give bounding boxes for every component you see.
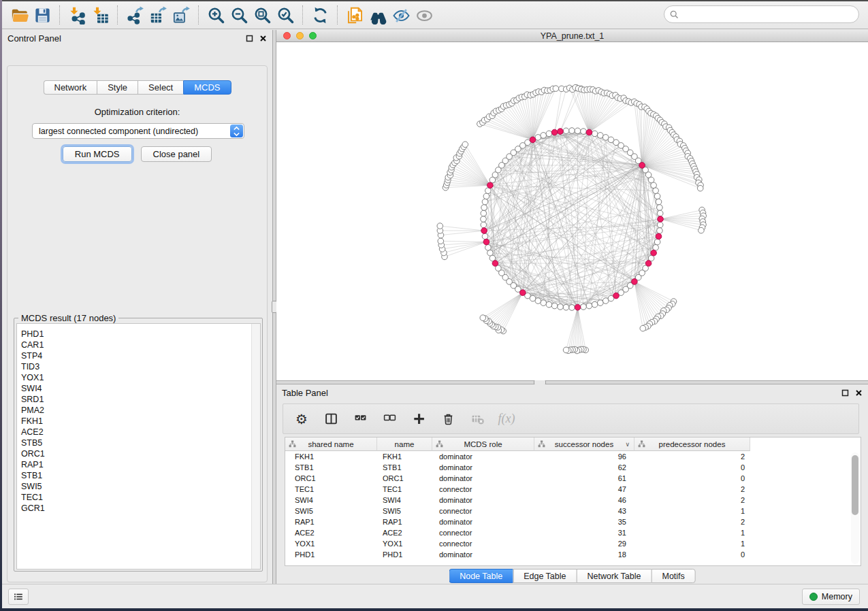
- tab-mcds[interactable]: MCDS: [183, 80, 231, 95]
- export-table-icon[interactable]: [146, 5, 170, 25]
- show-all-icon[interactable]: [413, 5, 436, 25]
- toolbar-separator: [59, 5, 60, 24]
- tab-network-table[interactable]: Network Table: [577, 569, 652, 583]
- table-cell: 0: [634, 549, 750, 560]
- table-cell: PHD1: [377, 549, 432, 560]
- save-icon[interactable]: [31, 5, 54, 25]
- mcds-result-item[interactable]: FKH1: [21, 416, 260, 427]
- table-row[interactable]: SWI4SWI4dominator462: [285, 495, 861, 506]
- import-table-icon[interactable]: [89, 5, 112, 25]
- close-panel-icon[interactable]: [259, 35, 267, 42]
- float-panel-icon[interactable]: [246, 35, 253, 42]
- zoom-fit-icon[interactable]: [251, 5, 274, 25]
- export-image-icon[interactable]: [170, 5, 193, 25]
- network-canvas[interactable]: [276, 42, 868, 380]
- mcds-result-item[interactable]: STP4: [21, 350, 260, 361]
- column-type-icon: [289, 440, 296, 448]
- mcds-result-list[interactable]: PHD1CAR1STP4TID3YOX1SWI4SRD1PMA2FKH1ACE2…: [16, 323, 261, 569]
- search-icon: [670, 10, 679, 19]
- table-cell: PHD1: [285, 549, 377, 560]
- table-row[interactable]: SWI5SWI5connector431: [285, 506, 861, 516]
- zoom-selected-icon[interactable]: [274, 5, 297, 25]
- list-icon: [13, 591, 24, 602]
- open-file-icon[interactable]: [7, 5, 31, 25]
- export-network-icon[interactable]: [123, 5, 146, 25]
- scrollbar-thumb[interactable]: [852, 455, 858, 515]
- node-table[interactable]: shared namenameMCDS rolesuccessor nodes∨…: [285, 437, 861, 566]
- select-all-icon[interactable]: [353, 412, 368, 427]
- table-row[interactable]: ACE2ACE2connector311: [285, 527, 861, 538]
- search-input[interactable]: [682, 10, 858, 19]
- mcds-result-item[interactable]: STB5: [21, 437, 260, 448]
- table-cell: SWI4: [285, 495, 377, 506]
- window-close-icon[interactable]: [283, 32, 291, 39]
- mcds-result-item[interactable]: YOX1: [21, 372, 260, 383]
- deselect-all-icon[interactable]: [382, 412, 397, 427]
- table-panel: Table Panel ⚙f(x) shared namenameMCDS ro…: [276, 384, 868, 584]
- tab-motifs[interactable]: Motifs: [651, 569, 695, 583]
- zoom-out-icon[interactable]: [227, 5, 251, 25]
- task-list-button[interactable]: [8, 589, 29, 605]
- table-cell: 1: [634, 538, 750, 549]
- close-panel-button[interactable]: Close panel: [141, 146, 212, 162]
- mcds-result-item[interactable]: PHD1: [21, 329, 260, 340]
- settings-icon[interactable]: ⚙: [294, 412, 309, 427]
- tab-node-table[interactable]: Node Table: [449, 569, 513, 583]
- table-row[interactable]: STB1STB1dominator620: [285, 462, 861, 473]
- criterion-select[interactable]: largest connected component (undirected): [32, 123, 244, 139]
- mcds-result-item[interactable]: ORC1: [21, 448, 260, 459]
- table-row[interactable]: ORC1ORC1dominator610: [285, 473, 861, 484]
- find-icon[interactable]: [366, 5, 389, 25]
- mcds-result-item[interactable]: CAR1: [21, 340, 260, 350]
- run-mcds-button[interactable]: Run MCDS: [63, 146, 132, 162]
- search-field[interactable]: [664, 5, 859, 23]
- table-cell: ORC1: [377, 473, 432, 484]
- window-minimize-icon[interactable]: [296, 32, 304, 39]
- column-header-predecessor-nodes[interactable]: predecessor nodes: [634, 437, 750, 451]
- column-header-successor-nodes[interactable]: successor nodes∨: [534, 437, 634, 451]
- tab-style[interactable]: Style: [97, 80, 138, 95]
- clone-network-icon[interactable]: [343, 5, 366, 25]
- hide-selected-icon[interactable]: [389, 5, 413, 25]
- tab-select[interactable]: Select: [138, 80, 183, 95]
- mcds-result-item[interactable]: SWI5: [21, 481, 260, 492]
- mcds-result-item[interactable]: TID3: [21, 361, 260, 372]
- window-zoom-icon[interactable]: [309, 32, 317, 39]
- mcds-result-item[interactable]: STB1: [21, 470, 260, 481]
- close-panel-icon[interactable]: [855, 389, 863, 397]
- mcds-result-item[interactable]: RAP1: [21, 459, 260, 470]
- add-icon[interactable]: [411, 412, 426, 427]
- table-row[interactable]: RAP1RAP1dominator352: [285, 516, 861, 527]
- table-scrollbar[interactable]: [851, 452, 859, 564]
- mcds-result-item[interactable]: ACE2: [21, 427, 260, 437]
- column-header-MCDS-role[interactable]: MCDS role: [432, 437, 534, 451]
- table-row[interactable]: PHD1PHD1dominator180: [285, 549, 861, 560]
- mcds-result-item[interactable]: TEC1: [21, 492, 260, 503]
- criterion-select-value: largest connected component (undirected): [33, 127, 230, 136]
- memory-button[interactable]: Memory: [802, 589, 860, 605]
- table-cell: STB1: [377, 462, 432, 473]
- table-row[interactable]: TEC1TEC1connector472: [285, 484, 861, 495]
- mcds-result-item[interactable]: SRD1: [21, 394, 260, 405]
- tab-network[interactable]: Network: [43, 80, 97, 95]
- mcds-list-scrollbar[interactable]: [251, 324, 260, 569]
- table-cell: 61: [534, 473, 634, 484]
- column-type-icon: [638, 440, 645, 448]
- mcds-result-item[interactable]: PMA2: [21, 405, 260, 416]
- import-network-icon[interactable]: [65, 5, 89, 25]
- mcds-result-item[interactable]: SWI4: [21, 383, 260, 394]
- table-cell: 1: [634, 527, 750, 538]
- table-row[interactable]: FKH1FKH1dominator962: [285, 451, 861, 462]
- table-panel-title: Table Panel: [282, 388, 328, 398]
- columns-icon[interactable]: [323, 412, 338, 427]
- zoom-in-icon[interactable]: [204, 5, 227, 25]
- column-header-name[interactable]: name: [377, 437, 432, 451]
- tab-edge-table[interactable]: Edge Table: [513, 569, 576, 583]
- float-panel-icon[interactable]: [841, 389, 849, 397]
- mcds-result-item[interactable]: GCR1: [21, 503, 260, 514]
- column-header-shared-name[interactable]: shared name: [285, 437, 377, 451]
- table-cell: dominator: [432, 473, 534, 484]
- delete-icon[interactable]: [440, 412, 455, 427]
- refresh-icon[interactable]: [308, 5, 332, 25]
- table-row[interactable]: YOX1YOX1connector291: [285, 538, 861, 549]
